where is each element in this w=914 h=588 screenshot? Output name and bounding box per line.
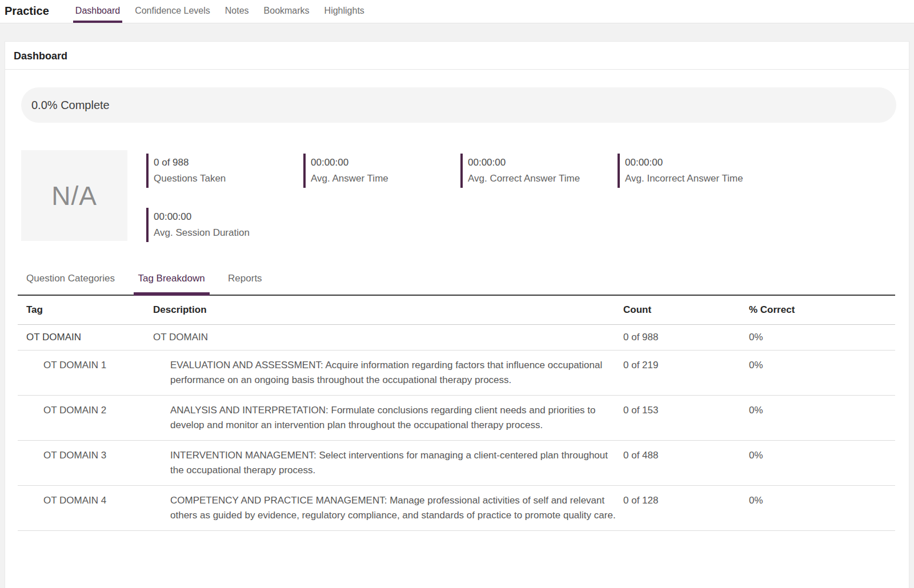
score-box: N/A — [21, 150, 127, 241]
stat-value: 0 of 988 — [154, 155, 226, 171]
column-header-percent-correct: % Correct — [749, 303, 895, 317]
card-heading: Dashboard — [5, 42, 909, 70]
count-cell: 0 of 988 — [623, 330, 749, 345]
stat-label: Avg. Correct Answer Time — [468, 171, 580, 187]
stat-value: 00:00:00 — [625, 155, 743, 171]
column-header-description: Description — [153, 303, 623, 317]
table-row: OT DOMAIN 4 COMPETENCY AND PRACTICE MANA… — [18, 486, 895, 531]
count-cell: 0 of 128 — [623, 493, 749, 523]
breakdown-section: Question Categories Tag Breakdown Report… — [18, 273, 895, 531]
tag-cell: OT DOMAIN — [26, 330, 153, 345]
progress-bar: 0.0% Complete — [21, 87, 896, 123]
nav-tab-highlights[interactable]: Highlights — [322, 0, 367, 23]
count-cell: 0 of 153 — [623, 403, 749, 433]
stat-questions-taken: 0 of 988 Questions Taken — [146, 154, 226, 188]
top-navigation: Practice Dashboard Confidence Levels Not… — [0, 0, 914, 23]
table-row: OT DOMAIN 2 ANALYSIS AND INTERPRETATION:… — [18, 396, 895, 441]
subtab-tag-breakdown[interactable]: Tag Breakdown — [138, 273, 205, 295]
stat-value: 00:00:00 — [468, 155, 580, 171]
count-cell: 0 of 488 — [623, 448, 749, 478]
stat-label: Avg. Session Duration — [154, 225, 250, 241]
table-row: OT DOMAIN 1 EVALUATION AND ASSESSMENT: A… — [18, 351, 895, 396]
stat-avg-session-duration: 00:00:00 Avg. Session Duration — [146, 208, 250, 242]
description-cell: COMPETENCY AND PRACTICE MANAGEMENT: Mana… — [153, 493, 623, 523]
table-header-row: Tag Description Count % Correct — [18, 296, 895, 325]
percent-cell: 0% — [749, 403, 895, 433]
tag-cell: OT DOMAIN 2 — [26, 403, 153, 433]
stat-avg-answer-time: 00:00:00 Avg. Answer Time — [303, 154, 388, 188]
app-title: Practice — [5, 0, 49, 23]
subtab-question-categories[interactable]: Question Categories — [26, 273, 115, 295]
table-row: OT DOMAIN 3 INTERVENTION MANAGEMENT: Sel… — [18, 441, 895, 486]
progress-label: 0.0% Complete — [21, 99, 110, 112]
tag-cell: OT DOMAIN 1 — [26, 358, 153, 388]
percent-cell: 0% — [749, 358, 895, 388]
stat-value: 00:00:00 — [154, 209, 250, 225]
stat-value: 00:00:00 — [311, 155, 388, 171]
stat-label: Questions Taken — [154, 171, 226, 187]
percent-cell: 0% — [749, 493, 895, 523]
percent-cell: 0% — [749, 330, 895, 345]
nav-tab-dashboard[interactable]: Dashboard — [73, 0, 122, 23]
column-header-count: Count — [623, 303, 749, 317]
description-cell: OT DOMAIN — [153, 330, 623, 345]
description-cell: EVALUATION AND ASSESSMENT: Acquire infor… — [153, 358, 623, 388]
description-cell: ANALYSIS AND INTERPRETATION: Formulate c… — [153, 403, 623, 433]
nav-tab-notes[interactable]: Notes — [223, 0, 251, 23]
nav-tabs: Dashboard Confidence Levels Notes Bookma… — [68, 0, 372, 23]
column-header-tag: Tag — [26, 303, 153, 317]
percent-cell: 0% — [749, 448, 895, 478]
stat-avg-incorrect-answer-time: 00:00:00 Avg. Incorrect Answer Time — [618, 154, 743, 188]
stats-section: N/A 0 of 988 Questions Taken 00:00:00 Av… — [5, 150, 909, 241]
stat-avg-correct-answer-time: 00:00:00 Avg. Correct Answer Time — [460, 154, 580, 188]
dashboard-card: Dashboard 0.0% Complete N/A 0 of 988 Que… — [5, 41, 909, 588]
stat-label: Avg. Incorrect Answer Time — [625, 171, 743, 187]
subtab-reports[interactable]: Reports — [228, 273, 262, 295]
stat-label: Avg. Answer Time — [311, 171, 388, 187]
page-background: Dashboard 0.0% Complete N/A 0 of 988 Que… — [0, 23, 914, 588]
table-row: OT DOMAIN OT DOMAIN 0 of 988 0% — [18, 325, 895, 351]
breakdown-tabs: Question Categories Tag Breakdown Report… — [18, 273, 895, 296]
count-cell: 0 of 219 — [623, 358, 749, 388]
score-value: N/A — [51, 180, 97, 211]
nav-tab-bookmarks[interactable]: Bookmarks — [262, 0, 312, 23]
tag-cell: OT DOMAIN 3 — [26, 448, 153, 478]
description-cell: INTERVENTION MANAGEMENT: Select interven… — [153, 448, 623, 478]
tag-cell: OT DOMAIN 4 — [26, 493, 153, 523]
nav-tab-confidence-levels[interactable]: Confidence Levels — [133, 0, 213, 23]
